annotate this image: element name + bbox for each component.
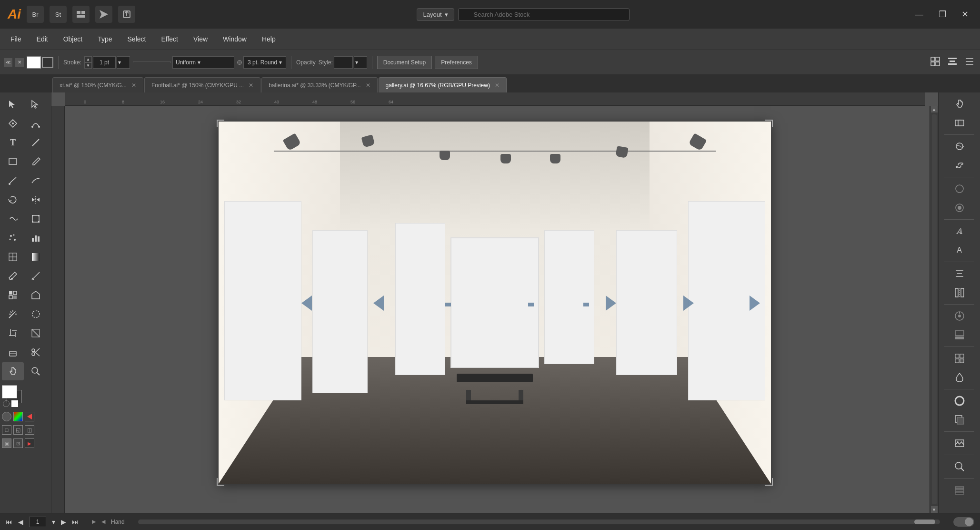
slice-tool-btn[interactable] [25, 324, 47, 342]
page-number-input[interactable] [29, 517, 46, 527]
fill-swatch[interactable] [27, 56, 41, 69]
right-paint2-btn[interactable] [950, 369, 969, 386]
stroke-unit-dropdown[interactable]: ▾ [117, 56, 130, 69]
fill-color-box[interactable] [2, 385, 17, 398]
maximize-button[interactable]: ❐ [935, 7, 950, 21]
reflect-tool-btn[interactable] [25, 191, 47, 209]
swap-icon[interactable] [11, 400, 18, 407]
stock-search-input[interactable] [458, 8, 630, 21]
opacity-input[interactable] [334, 56, 353, 69]
none-icon[interactable] [3, 400, 10, 407]
scrollbar-v[interactable]: ▲ ▼ [930, 106, 938, 513]
direct-selection-tool-btn[interactable] [25, 95, 47, 113]
zoom-tool-btn[interactable] [25, 362, 47, 380]
right-grid-btn[interactable] [950, 350, 969, 367]
right-link-btn[interactable] [950, 157, 969, 174]
menu-window[interactable]: Window [216, 32, 253, 46]
scroll-up-btn[interactable]: ▲ [931, 106, 938, 112]
tab-3[interactable]: gallery.ai @ 16.67% (RGB/GPU Preview) ✕ [379, 77, 507, 92]
menu-help[interactable]: Help [255, 32, 282, 46]
eyedropper-tool-btn[interactable] [2, 267, 24, 285]
tab-0-close[interactable]: ✕ [131, 82, 136, 89]
stock-button[interactable]: St [50, 6, 67, 23]
draw-inside-btn[interactable]: ◫ [25, 425, 34, 435]
symbol-sprayer-btn[interactable] [2, 229, 24, 247]
eraser-tool-btn[interactable] [2, 343, 24, 361]
page-num-dropdown[interactable]: ▾ [52, 518, 55, 526]
last-page-btn[interactable]: ⏭ [72, 518, 79, 526]
draw-behind-btn[interactable]: ◱ [13, 425, 23, 435]
tab-2-close[interactable]: ✕ [366, 82, 370, 89]
right-hand-btn[interactable] [950, 95, 969, 112]
list-icon[interactable] [963, 56, 976, 69]
right-type2-btn[interactable]: A [950, 242, 969, 259]
menu-select[interactable]: Select [121, 32, 153, 46]
crop-tool-btn[interactable] [2, 324, 24, 342]
pencil-tool-btn[interactable] [2, 172, 24, 190]
menu-type[interactable]: Type [91, 32, 119, 46]
stroke-up-btn[interactable]: ▲ [84, 56, 92, 62]
rotate-tool-btn[interactable] [2, 191, 24, 209]
lasso-tool-btn[interactable] [25, 305, 47, 323]
prev-page-btn[interactable]: ◀ [18, 518, 23, 526]
mesh-tool-btn[interactable] [2, 248, 24, 266]
first-page-btn[interactable]: ⏮ [6, 518, 12, 526]
full-screen-btn[interactable]: ⊡ [13, 438, 23, 448]
tab-1[interactable]: Football.ai* @ 150% (CMYK/GPU ... ✕ [144, 77, 260, 92]
stroke-down-btn[interactable]: ▼ [84, 62, 92, 69]
tab-0[interactable]: xt.ai* @ 150% (CMYK/G... ✕ [52, 77, 143, 92]
line-tool-btn[interactable] [25, 133, 47, 152]
minimize-button[interactable]: — [911, 8, 927, 21]
right-fill2-btn[interactable] [950, 326, 969, 344]
tab-1-close[interactable]: ✕ [249, 82, 253, 89]
close-button[interactable]: ✕ [958, 7, 972, 21]
nav-arrow-far-left[interactable] [301, 296, 312, 311]
preferences-button[interactable]: Preferences [435, 56, 478, 69]
smooth-tool-btn[interactable] [25, 172, 47, 190]
rectangle-tool-btn[interactable] [2, 153, 24, 171]
send-button[interactable] [95, 6, 112, 23]
nav-dot-center[interactable] [528, 303, 534, 306]
normal-mode-btn[interactable] [2, 412, 11, 421]
workspace-switcher[interactable] [72, 6, 90, 23]
uniform-dropdown[interactable]: Uniform ▾ [172, 56, 234, 69]
stroke-color-swatch[interactable] [42, 57, 53, 68]
perspective-tool-btn[interactable] [25, 286, 47, 304]
pattern-mode-btn[interactable] [25, 412, 34, 421]
right-image-btn[interactable] [950, 435, 969, 452]
draw-normal-btn[interactable]: □ [2, 425, 11, 435]
style-dropdown[interactable]: ▾ [354, 56, 367, 69]
menu-effect[interactable]: Effect [154, 32, 185, 46]
next-page-btn[interactable]: ▶ [61, 518, 66, 526]
presentation-btn[interactable]: ▶ [25, 438, 34, 448]
column-graph-btn[interactable] [25, 229, 47, 247]
gradient-mode-btn[interactable] [13, 412, 23, 421]
share-button[interactable] [118, 6, 135, 23]
scroll-thumb-h[interactable] [914, 520, 935, 524]
right-shape-btn[interactable] [950, 114, 969, 132]
scissors-tool-btn[interactable] [25, 343, 47, 361]
nav-arrow-mid-left[interactable] [373, 296, 384, 311]
stroke-value-input[interactable] [93, 56, 116, 69]
scroll-down-btn[interactable]: ▼ [931, 506, 938, 513]
nav-arrow-mid-right[interactable] [606, 296, 616, 311]
paintbrush-tool-btn[interactable] [25, 153, 47, 171]
panel-collapse-btn[interactable]: ≪ [4, 58, 12, 67]
right-stroke2-btn[interactable] [950, 392, 969, 409]
nav-arrow-edge-right[interactable] [750, 296, 760, 311]
bridge-button[interactable]: Br [27, 6, 44, 23]
menu-file[interactable]: File [4, 32, 28, 46]
right-circle2-btn[interactable] [950, 199, 969, 216]
nav-dot-left[interactable] [445, 303, 451, 306]
type-tool-btn[interactable]: T [2, 133, 24, 152]
selection-tool-btn[interactable] [2, 95, 24, 113]
right-pathfinder-btn[interactable] [950, 138, 969, 155]
nav-arrow-far-right[interactable] [683, 296, 694, 311]
magic-wand-btn[interactable] [2, 305, 24, 323]
hand-tool-btn[interactable] [2, 362, 24, 380]
cap-style-dropdown[interactable]: 3 pt. Round ▾ [243, 56, 286, 69]
right-type1-btn[interactable]: 𝔸 [950, 223, 969, 240]
tab-3-close[interactable]: ✕ [495, 82, 500, 89]
menu-object[interactable]: Object [57, 32, 89, 46]
menu-edit[interactable]: Edit [30, 32, 55, 46]
